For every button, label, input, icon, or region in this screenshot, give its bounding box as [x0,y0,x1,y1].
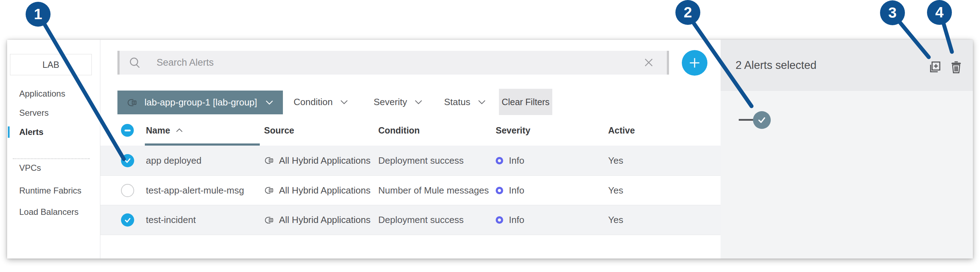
clear-search-icon[interactable] [643,57,655,68]
callout-1-number: 1 [34,6,42,23]
column-header-severity[interactable]: Severity [496,125,608,136]
alert-name: test-app-alert-mule-msg [146,185,264,196]
main-content: lab-app-group-1 [lab-group] Condition Se… [100,40,721,258]
clear-filters-button[interactable]: Clear Filters [499,89,552,115]
sidebar-item-label: VPCs [19,163,41,173]
column-header-source[interactable]: Source [264,125,378,136]
sidebar-item-label: Applications [19,89,65,99]
sidebar-item-label: Alerts [19,127,43,137]
callout-4-number: 4 [935,4,943,21]
row-checkbox-checked[interactable] [121,213,134,226]
callout-2-dash [739,119,754,121]
chevron-down-icon [340,100,348,105]
selection-panel: 2 Alerts selected [721,40,973,258]
server-group-icon [264,155,274,166]
callout-4: 4 [927,0,952,25]
severity-filter-label: Severity [374,96,407,108]
table-row[interactable]: test-app-alert-mule-msg All Hybrid Appli… [100,176,721,205]
condition-filter-label: Condition [294,96,333,108]
sidebar-item-label: Load Balancers [19,207,79,217]
indeterminate-minus-icon [124,130,130,131]
alert-name: test-incident [146,215,264,226]
search-icon [128,56,142,70]
sidebar-item-label: Runtime Fabrics [19,186,81,196]
column-header-condition[interactable]: Condition [378,125,496,136]
group-filter-dropdown[interactable]: lab-app-group-1 [lab-group] [118,90,283,114]
app-window: LAB Applications Servers Alerts VPCs Run… [7,40,973,258]
check-icon [124,216,132,224]
alert-source: All Hybrid Applications [264,185,378,196]
chevron-down-icon [414,100,423,105]
table-header: Name Source Condition Severity Active [100,115,721,145]
callout-3-number: 3 [888,4,896,21]
table-row[interactable]: test-incident All Hybrid Applications De… [100,205,721,235]
page: 1 2 3 4 LAB Applications Servers Alerts … [0,0,980,272]
search-input[interactable] [157,57,669,68]
group-filter-value: lab-app-group-1 [lab-group] [145,97,257,108]
alert-active: Yes [608,155,721,166]
active-indicator-bar [8,127,10,138]
severity-info-icon [496,216,503,224]
selected-check-badge [753,111,771,129]
select-all-checkbox[interactable] [121,124,134,137]
delete-icon[interactable] [950,60,963,74]
column-header-name[interactable]: Name [146,125,264,136]
clear-filters-label: Clear Filters [502,97,550,107]
callout-2-number: 2 [684,4,692,21]
sidebar: LAB Applications Servers Alerts VPCs Run… [7,40,100,258]
plus-icon [687,56,702,70]
add-to-group-icon[interactable] [928,60,942,74]
severity-info-icon [496,187,503,194]
column-header-active[interactable]: Active [608,125,721,136]
alert-severity: Info [496,215,608,226]
sidebar-item-vpcs[interactable]: VPCs [7,160,100,176]
severity-filter-dropdown[interactable]: Severity [374,89,423,115]
search-bar-left-cap [118,51,119,74]
sidebar-item-servers[interactable]: Servers [7,105,100,121]
alert-active: Yes [608,215,721,226]
status-filter-label: Status [444,96,471,108]
alert-condition: Deployment success [378,215,496,226]
search-bar-right-cap [667,51,669,74]
create-alert-button[interactable] [682,50,708,76]
check-icon [124,157,132,164]
sidebar-item-alerts[interactable]: Alerts [7,124,100,140]
alert-severity: Info [496,155,608,166]
chevron-down-icon [477,100,486,105]
table-row[interactable]: app deployed All Hybrid Applications Dep… [100,145,721,176]
row-checkbox-checked[interactable] [121,154,134,167]
panel-actions [928,60,963,74]
row-checkbox-unchecked[interactable] [121,184,134,197]
sidebar-divider [13,158,90,159]
environment-label: LAB [42,60,59,70]
search-bar [118,51,669,74]
sort-ascending-icon [175,128,184,133]
server-group-icon [264,185,274,195]
server-group-icon [264,215,274,225]
alert-name: app deployed [146,155,264,166]
callout-1: 1 [25,2,51,27]
alert-source: All Hybrid Applications [264,155,378,166]
chevron-down-icon [265,100,274,105]
alert-source: All Hybrid Applications [264,215,378,226]
sidebar-item-label: Servers [19,108,49,118]
sidebar-item-load-balancers[interactable]: Load Balancers [7,204,100,220]
alert-condition: Number of Mule messages [378,185,496,196]
callout-3: 3 [880,0,905,25]
status-filter-dropdown[interactable]: Status [444,89,486,115]
sidebar-item-applications[interactable]: Applications [7,86,100,101]
alert-condition: Deployment success [378,155,496,166]
callout-2: 2 [675,0,700,25]
condition-filter-dropdown[interactable]: Condition [294,89,348,115]
environment-selector[interactable]: LAB [10,54,92,75]
sidebar-item-runtime-fabrics[interactable]: Runtime Fabrics [7,183,100,199]
selection-count: 2 Alerts selected [735,59,816,72]
check-icon [757,115,767,125]
severity-info-icon [496,157,503,164]
selection-panel-header: 2 Alerts selected [721,40,973,91]
filter-row: lab-app-group-1 [lab-group] Condition Se… [100,89,721,115]
alert-active: Yes [608,185,721,196]
server-group-icon [127,97,137,108]
alert-severity: Info [496,185,608,196]
